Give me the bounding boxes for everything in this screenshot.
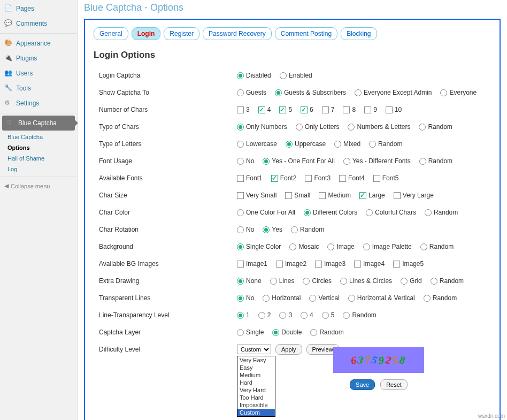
difficulty-option[interactable]: Too Hard [237,394,275,401]
nav-pages[interactable]: 📄Pages [0,1,77,16]
show-to-radio[interactable] [237,89,244,96]
type-chars-radio[interactable] [348,124,355,131]
char-size-option[interactable]: Small [285,192,310,199]
num-chars-option[interactable]: 8 [343,106,356,113]
trans-lines-radio[interactable] [309,295,316,302]
login-captcha-option[interactable]: Enabled [280,72,312,79]
extra-draw-option[interactable]: Circles [303,277,332,285]
nav-blue-captcha[interactable]: ⚙Blue Captcha [2,116,75,131]
show-to-radio[interactable] [355,89,362,96]
nav-appearance[interactable]: 🎨Appearance [0,36,77,51]
nav-comments[interactable]: 💬Comments [0,16,77,31]
font-usage-option[interactable]: No [237,157,254,165]
background-radio[interactable] [420,243,427,250]
extra-draw-option[interactable]: None [237,277,262,285]
font-usage-radio[interactable] [343,158,350,165]
bg-images-checkbox[interactable] [315,261,322,268]
char-size-checkbox[interactable] [237,192,244,199]
trans-lines-radio[interactable] [263,295,270,302]
tab-register[interactable]: Register [164,27,199,40]
char-size-option[interactable]: Medium [319,192,351,199]
trans-lines-option[interactable]: No [237,294,254,302]
char-color-radio[interactable] [425,209,432,216]
char-color-option[interactable]: Colorful Chars [366,209,416,216]
extra-draw-option[interactable]: Lines [270,277,295,285]
font-usage-option[interactable]: Yes - One Font For All [263,157,335,165]
extra-draw-option[interactable]: Random [431,277,464,285]
type-chars-radio[interactable] [419,124,426,131]
extra-draw-option[interactable]: Grid [401,277,422,285]
background-option[interactable]: Image Palette [363,243,412,250]
char-rot-option[interactable]: Random [291,226,324,233]
avail-fonts-checkbox[interactable] [237,175,244,182]
char-rot-radio[interactable] [291,226,298,233]
font-usage-radio[interactable] [419,158,426,165]
difficulty-option[interactable]: Very Easy [237,356,275,364]
bg-images-option[interactable]: Image2 [276,260,306,268]
bg-images-checkbox[interactable] [354,261,361,268]
avail-fonts-checkbox[interactable] [373,175,380,182]
show-to-radio[interactable] [275,89,282,96]
trans-level-radio[interactable] [301,312,308,319]
show-to-option[interactable]: Guests & Subscribers [275,89,346,96]
bg-images-option[interactable]: Image5 [393,260,424,268]
tab-login[interactable]: Login [132,27,161,40]
avail-fonts-checkbox[interactable] [305,175,312,182]
difficulty-option[interactable]: Medium [237,371,275,379]
char-rot-radio[interactable] [263,226,270,233]
char-rot-option[interactable]: No [237,226,254,233]
avail-fonts-checkbox[interactable] [339,175,346,182]
font-usage-option[interactable]: Random [419,157,452,165]
layer-radio[interactable] [272,329,279,336]
num-chars-checkbox[interactable] [237,106,244,113]
avail-fonts-option[interactable]: Font5 [373,174,399,182]
background-option[interactable]: Random [420,243,454,250]
extra-draw-radio[interactable] [237,278,244,285]
type-letters-option[interactable]: Uppercase [286,140,326,148]
char-color-radio[interactable] [366,209,373,216]
bg-images-option[interactable]: Image3 [315,260,345,268]
apply-button[interactable]: Apply [275,344,302,355]
extra-draw-radio[interactable] [303,278,310,285]
bg-images-option[interactable]: Image4 [354,260,385,268]
bg-images-checkbox[interactable] [393,261,400,268]
char-color-option[interactable]: Different Colors [304,209,357,216]
difficulty-option[interactable]: Impossible [237,401,275,409]
num-chars-option[interactable]: 3 [237,106,250,113]
trans-level-radio[interactable] [279,312,286,319]
type-chars-radio[interactable] [237,124,244,131]
layer-option[interactable]: Random [310,329,343,336]
num-chars-checkbox[interactable] [386,106,393,113]
type-letters-radio[interactable] [286,141,293,148]
num-chars-checkbox[interactable] [322,106,329,113]
avail-fonts-checkbox[interactable] [271,175,278,182]
tab-general[interactable]: General [94,27,128,40]
extra-draw-option[interactable]: Lines & Circles [340,277,392,285]
background-option[interactable]: Image [327,243,354,250]
trans-lines-radio[interactable] [348,295,355,302]
show-to-option[interactable]: Guests [237,89,266,96]
trans-level-option[interactable]: 4 [301,311,313,319]
sub-log[interactable]: Log [0,164,77,174]
num-chars-option[interactable]: 4 [258,106,271,113]
trans-level-option[interactable]: 1 [237,311,250,319]
show-to-option[interactable]: Everyone [440,89,477,96]
char-size-checkbox[interactable] [359,192,366,199]
trans-lines-option[interactable]: Horizontal [263,294,301,302]
type-letters-option[interactable]: Lowercase [237,140,277,148]
trans-level-option[interactable]: 3 [279,311,292,319]
difficulty-option[interactable]: Very Hard [237,386,275,394]
layer-radio[interactable] [310,329,317,336]
char-size-option[interactable]: Large [359,192,385,199]
layer-option[interactable]: Single [237,329,264,336]
char-rot-option[interactable]: Yes [263,226,282,233]
type-chars-option[interactable]: Only Numbers [237,123,287,131]
type-letters-radio[interactable] [237,141,244,148]
login-captcha-radio[interactable] [237,72,244,79]
layer-radio[interactable] [237,329,244,336]
num-chars-checkbox[interactable] [301,106,308,113]
bg-images-option[interactable]: Image1 [237,260,267,268]
trans-level-radio[interactable] [322,312,329,319]
num-chars-option[interactable]: 7 [322,106,335,113]
type-letters-option[interactable]: Mixed [334,140,360,148]
